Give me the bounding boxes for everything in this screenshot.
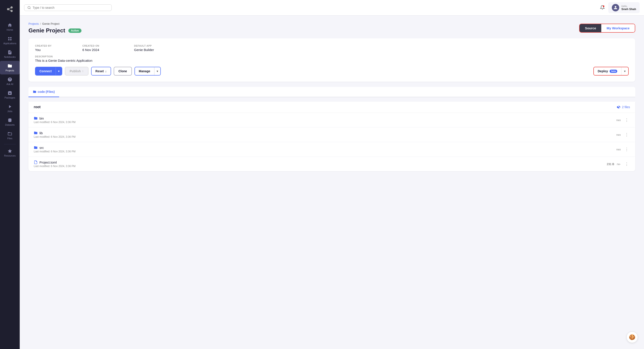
file-count: 2 files	[616, 105, 630, 109]
sidebar-item-jobs-label: Jobs	[7, 110, 12, 112]
description-value: This is a Genie Data-centric Application	[35, 59, 629, 62]
sidebar-item-notebooks[interactable]: Notebooks	[0, 47, 20, 61]
svg-point-2	[10, 10, 13, 12]
source-button[interactable]: Source	[580, 24, 601, 32]
file-name-bin: bin	[34, 116, 76, 120]
search-box[interactable]	[24, 4, 112, 11]
tab-code-files[interactable]: code (Files)	[28, 87, 59, 97]
file-info-src: src Last modified: 6 Nov 2024, 3:36 PM	[34, 146, 76, 153]
breadcrumb-parent[interactable]: Projects	[28, 22, 39, 25]
sidebar-item-resources-label: Resources	[4, 154, 16, 157]
content: Projects / Genie Project Genie Project A…	[20, 15, 644, 349]
file-menu-src[interactable]: ⋮	[624, 146, 630, 153]
sidebar-item-datasets[interactable]: Datasets	[0, 115, 20, 129]
file-section-header: root 2 files	[28, 102, 635, 113]
project-title-row: Genie Project Active	[28, 27, 82, 34]
list-item: bin Last modified: 6 Nov 2024, 3:36 PM r…	[28, 113, 635, 127]
description-label: DESCRIPTION	[35, 55, 629, 58]
connect-button[interactable]: Connect	[36, 67, 56, 75]
project-meta: CREATED BY You CREATED ON 6 Nov 2024 DEF…	[35, 44, 629, 52]
svg-point-6	[28, 6, 30, 9]
file-menu-lib[interactable]: ⋮	[624, 131, 630, 138]
sidebar-item-files[interactable]: Files	[0, 129, 20, 142]
created-on-label: CREATED ON	[82, 44, 130, 47]
file-size-toml: 231 B	[607, 162, 614, 166]
svg-line-3	[9, 8, 11, 9]
file-meta-lib: rwx ⋮	[616, 131, 630, 138]
default-app-value: Genie Builder	[134, 48, 629, 52]
sidebar-item-jobs[interactable]: Jobs	[0, 102, 20, 115]
status-badge: Active	[68, 28, 82, 33]
file-modified-toml: Last modified: 6 Nov 2024, 3:36 PM	[34, 165, 76, 168]
sidebar-item-resources[interactable]: Resources	[0, 146, 20, 160]
app-logo[interactable]	[4, 3, 16, 16]
sidebar-item-applications[interactable]: Applications	[0, 34, 20, 47]
user-info: Hello, Sneh Shah	[608, 2, 640, 13]
header: Hello, Sneh Shah	[20, 0, 644, 15]
file-name-src: src	[34, 146, 76, 150]
deploy-button-wrapper: Deploy beta ▾	[594, 67, 629, 75]
file-name-toml: Project.toml	[34, 160, 76, 164]
publish-button[interactable]: Publish ↑	[65, 67, 88, 75]
file-modified-lib: Last modified: 6 Nov 2024, 3:36 PM	[34, 135, 76, 138]
file-menu-bin[interactable]: ⋮	[624, 117, 630, 123]
header-right: Hello, Sneh Shah	[600, 2, 640, 13]
cookie-button[interactable]: 🍪	[626, 332, 638, 343]
sidebar-item-askai[interactable]: Ask AI	[0, 74, 20, 88]
user-hello: Hello,	[622, 5, 636, 7]
sidebar-item-projects[interactable]: Projects	[0, 61, 20, 74]
sidebar-item-home[interactable]: Home	[0, 20, 20, 34]
manage-split-button: Manage ▾	[134, 67, 161, 75]
connect-split-button: Connect ▾	[35, 67, 62, 75]
folder-icon-lib	[34, 131, 38, 135]
meta-created-by: CREATED BY You	[35, 44, 79, 52]
file-name-lib: lib	[34, 131, 76, 135]
project-card: CREATED BY You CREATED ON 6 Nov 2024 DEF…	[28, 38, 635, 82]
default-app-label: DEFAULT APP	[134, 44, 629, 47]
notification-button[interactable]	[600, 5, 605, 10]
sidebar-item-projects-label: Projects	[6, 69, 14, 72]
file-permissions-src: rwx	[616, 148, 621, 151]
connect-dropdown-button[interactable]: ▾	[56, 67, 62, 75]
sidebar-item-packages-label: Packages	[4, 96, 15, 99]
page-title: Genie Project	[28, 27, 65, 34]
title-section: Projects / Genie Project Genie Project A…	[28, 22, 82, 34]
sidebar-item-packages[interactable]: Packages	[0, 88, 20, 102]
breadcrumb: Projects / Genie Project	[28, 22, 82, 25]
my-workspace-button[interactable]: My Workspace	[601, 24, 635, 32]
meta-created-on: CREATED ON 6 Nov 2024	[82, 44, 130, 52]
svg-point-0	[7, 8, 9, 10]
tabs-and-files: code (Files) root 2 files	[28, 87, 635, 171]
created-by-label: CREATED BY	[35, 44, 79, 47]
sidebar: Home Applications Notebooks Projects Ask…	[0, 0, 20, 349]
folder-icon-bin	[34, 116, 38, 120]
file-permissions-lib: rwx	[616, 133, 621, 136]
sidebar-item-home-label: Home	[6, 28, 13, 31]
sidebar-item-askai-label: Ask AI	[6, 83, 13, 85]
file-count-label: 2 files	[622, 105, 630, 109]
main-wrapper: Hello, Sneh Shah Projects / Genie Projec…	[20, 0, 644, 349]
file-info-bin: bin Last modified: 6 Nov 2024, 3:36 PM	[34, 116, 76, 124]
clone-button[interactable]: Clone	[114, 67, 132, 75]
reset-split-button: Reset ↓	[91, 67, 111, 75]
manage-dropdown-button[interactable]: ▾	[154, 67, 160, 75]
avatar	[612, 4, 619, 11]
deploy-button[interactable]: Deploy beta	[594, 67, 621, 75]
tab-code-files-label: code (Files)	[38, 90, 55, 93]
sidebar-item-files-label: Files	[7, 137, 12, 140]
list-item: Project.toml Last modified: 6 Nov 2024, …	[28, 157, 635, 171]
file-menu-toml[interactable]: ⋮	[624, 161, 630, 167]
list-item: src Last modified: 6 Nov 2024, 3:36 PM r…	[28, 142, 635, 157]
reset-button[interactable]: Reset ↓	[92, 67, 110, 75]
sidebar-item-datasets-label: Datasets	[5, 123, 14, 126]
svg-line-4	[9, 10, 11, 10]
folder-icon-src	[34, 146, 38, 150]
user-name: Sneh Shah	[622, 7, 636, 11]
folder-icon	[33, 90, 36, 93]
file-permissions-toml: rw-	[617, 162, 621, 166]
search-input[interactable]	[33, 6, 108, 9]
deploy-dropdown-button[interactable]: ▾	[621, 67, 628, 75]
manage-button[interactable]: Manage	[135, 67, 154, 75]
list-item: lib Last modified: 6 Nov 2024, 3:36 PM r…	[28, 127, 635, 142]
svg-point-8	[603, 5, 604, 7]
